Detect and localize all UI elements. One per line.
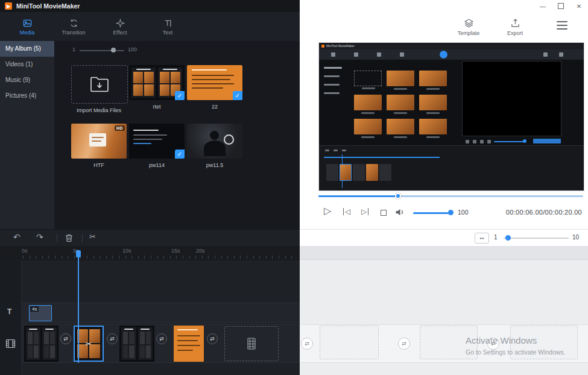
tab-effect[interactable]: Effect <box>97 15 143 39</box>
zoom-min-label: 1 <box>494 234 498 241</box>
text-track-icon: T <box>7 307 11 316</box>
nested-timeline <box>319 145 584 191</box>
volume-handle[interactable] <box>448 210 454 215</box>
import-media-card[interactable]: Import Media Files <box>71 65 127 113</box>
clip-art <box>177 329 198 330</box>
video-track-icon <box>5 339 16 348</box>
transition-slot[interactable]: ⇄ <box>60 333 71 344</box>
app-logo-icon: ▶ <box>5 2 12 10</box>
menu-button[interactable] <box>557 21 567 32</box>
text-clip-duration: 4s <box>30 306 39 312</box>
transition-slot[interactable]: ⇄ <box>156 333 167 344</box>
nested-sidebar-item <box>324 67 342 69</box>
transition-slot[interactable]: ⇄ <box>301 338 313 350</box>
template-button[interactable]: Template <box>449 16 488 39</box>
transition-slot[interactable]: ⇄ <box>398 338 410 350</box>
transition-icon <box>69 19 78 28</box>
timeline-zoom-handle[interactable] <box>505 235 511 241</box>
tab-transition[interactable]: Transition <box>51 15 96 39</box>
close-button[interactable]: ✕ <box>570 0 588 12</box>
stop-button[interactable] <box>381 210 387 216</box>
seek-bar[interactable] <box>318 195 583 197</box>
thumb-art <box>210 131 219 140</box>
ruler-label: 15s <box>171 248 180 254</box>
tab-label: Text <box>163 30 173 36</box>
ruler-ticks <box>23 256 297 259</box>
empty-clip-slot <box>320 326 379 359</box>
transition-slot[interactable]: ⇄ <box>207 333 218 344</box>
redo-button[interactable]: ↷ <box>36 233 43 241</box>
media-zoom-slider[interactable] <box>80 50 124 51</box>
clip-art <box>121 327 153 360</box>
app-title: MiniTool MovieMaker <box>16 2 80 10</box>
ruler-label: 10s <box>122 248 131 254</box>
import-folder-icon <box>90 76 109 93</box>
titlebar-right: — ✕ <box>300 0 588 12</box>
text-icon <box>163 19 172 28</box>
sidebar-item-music[interactable]: Music (9) <box>0 72 54 88</box>
media-card-pw115[interactable]: pw11.5 <box>187 124 242 168</box>
delete-button[interactable] <box>65 234 73 242</box>
media-card-rtet[interactable]: ✓ rtet <box>129 65 185 110</box>
video-clip-4[interactable] <box>174 326 204 362</box>
media-library-panel: 1 100 Import Media Files ✓ rtet <box>54 41 300 229</box>
next-frame-button[interactable]: ▷ <box>361 208 368 215</box>
template-label: Template <box>458 30 480 36</box>
ruler-label: 0s <box>22 248 28 254</box>
split-button[interactable]: ✂ <box>89 233 96 241</box>
sidebar-item-my-album[interactable]: My Album (5) <box>0 41 54 57</box>
timeline-right-area: ⇄ ⇄ ⇄ Activate Windows Go to Settings to… <box>300 246 588 375</box>
video-clip-1[interactable] <box>24 326 58 362</box>
sidebar-item-pictures[interactable]: Pictures (4) <box>0 88 54 104</box>
nested-navbar <box>319 49 584 60</box>
preview-panel: MiniTool MovieMaker <box>300 41 588 229</box>
tab-label: Transition <box>62 30 85 36</box>
minimize-button[interactable]: — <box>534 0 552 12</box>
selected-check-icon: ✓ <box>175 91 185 100</box>
media-thumb: HD <box>71 124 127 159</box>
media-card-htf[interactable]: HD HTF <box>71 124 127 168</box>
zoom-max-label: 10 <box>572 234 579 241</box>
card-label: 22 <box>187 104 242 110</box>
timeline-toolbar: ↶ ↷ ✂ <box>0 229 300 246</box>
activate-windows-watermark: Activate Windows <box>466 335 537 345</box>
nested-timecode <box>533 139 561 143</box>
volume-slider[interactable] <box>413 212 450 214</box>
thumb-art <box>133 130 159 131</box>
previous-frame-button[interactable]: ◁ <box>343 208 350 215</box>
menu-icon <box>557 21 567 22</box>
tab-media[interactable]: Media <box>4 15 50 39</box>
tab-label: Effect <box>113 30 127 36</box>
timeline-zoom-slider[interactable] <box>504 238 569 239</box>
main-nav: Media Transition Effect Text <box>0 12 300 41</box>
ruler-label: 20s <box>196 248 205 254</box>
tab-text[interactable]: Text <box>145 15 191 39</box>
nested-logo <box>321 45 324 48</box>
timeline-tracks: T 4s ⇄ ✂ ⇄ <box>0 260 300 375</box>
undo-button[interactable]: ↶ <box>13 233 21 241</box>
media-card-pw114[interactable]: ✓ pw114 <box>129 124 185 168</box>
maximize-button[interactable] <box>552 0 570 12</box>
nested-active-tab <box>440 51 447 58</box>
transition-slot[interactable]: ⇄ <box>107 333 118 344</box>
maximize-icon <box>558 3 564 9</box>
activate-windows-subtext: Go to Settings to activate Windows. <box>466 348 566 356</box>
text-track[interactable] <box>22 303 300 323</box>
ruler-continuation <box>300 246 588 260</box>
media-zoom-handle[interactable] <box>111 48 116 52</box>
video-clip-3[interactable] <box>119 326 154 362</box>
timeline-ruler[interactable]: 0s 5s 10s 15s 20s <box>0 246 300 260</box>
text-clip[interactable]: 4s <box>29 305 52 321</box>
timecode: 00:00:06.00/00:00:20.00 <box>506 209 582 216</box>
playhead[interactable] <box>78 250 79 363</box>
seek-handle[interactable] <box>395 193 401 199</box>
volume-icon[interactable] <box>395 208 405 216</box>
export-button[interactable]: Export <box>496 16 534 39</box>
media-thumb: ✓ <box>129 124 185 159</box>
effect-icon <box>116 19 125 28</box>
media-card-22[interactable]: ✓ 22 <box>187 65 242 110</box>
play-button[interactable]: ▷ <box>324 206 331 216</box>
fit-to-timeline-button[interactable]: ↔ <box>475 233 489 244</box>
empty-clip-slot <box>224 326 279 361</box>
sidebar-item-videos[interactable]: Videos (1) <box>0 57 54 72</box>
